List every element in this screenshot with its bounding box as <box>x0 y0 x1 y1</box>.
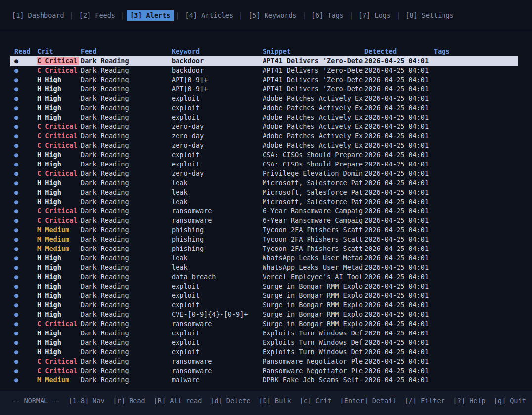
table-row[interactable]: ● H High Dark Reading exploit Surge in B… <box>10 282 518 291</box>
tab-bar: [1] Dashboard|[2] Feeds|[3] Alerts|[4] A… <box>0 0 532 31</box>
status-hint: [c] Crit <box>300 396 332 415</box>
feed-cell: Dark Reading <box>81 169 172 178</box>
snippet-cell: Vercel Employee's AI Tool <box>263 272 364 282</box>
tab-settings[interactable]: [8] Settings <box>402 10 457 21</box>
table-row[interactable]: ● H High Dark Reading exploit Exploits T… <box>10 347 518 357</box>
tab-alerts[interactable]: [3] Alerts <box>127 10 174 21</box>
status-bar: -- NORMAL --[1-8] Nav[r] Read[R] All rea… <box>0 391 532 415</box>
snippet-cell: Exploits Turn Windows Def <box>263 329 364 338</box>
crit-badge: H High <box>37 198 63 206</box>
feed-cell: Dark Reading <box>81 319 172 329</box>
table-row[interactable]: ● H High Dark Reading leak Microsoft, Sa… <box>10 197 518 207</box>
crit-badge: H High <box>37 263 63 271</box>
crit-cell: C Critical <box>37 207 81 216</box>
table-row[interactable]: ● C Critical Dark Reading backdoor APT41… <box>10 56 518 66</box>
read-cell: ● <box>12 338 37 347</box>
feed-cell: Dark Reading <box>81 197 172 207</box>
table-row[interactable]: ● H High Dark Reading leak WhatsApp Leak… <box>10 253 518 263</box>
snippet-cell: Tycoon 2FA Phishers Scatt <box>263 225 364 235</box>
snippet-cell: CSA: CISOs Should Prepare <box>263 150 364 160</box>
read-cell: ● <box>12 197 37 207</box>
crit-cell: H High <box>37 178 81 188</box>
tab-dashboard[interactable]: [1] Dashboard <box>8 10 68 21</box>
snippet-cell: Adobe Patches Actively Ex <box>263 113 364 122</box>
tab-keywords[interactable]: [5] Keywords <box>245 10 300 21</box>
feed-cell: Dark Reading <box>81 253 172 263</box>
feed-cell: Dark Reading <box>81 94 172 103</box>
table-row[interactable]: ● H High Dark Reading data breach Vercel… <box>10 272 518 282</box>
detected-cell: 2026-04-25 04:01 <box>364 84 434 94</box>
table-row[interactable]: ● H High Dark Reading leak Microsoft, Sa… <box>10 178 518 188</box>
table-row[interactable]: ● H High Dark Reading exploit CSA: CISOs… <box>10 150 518 160</box>
crit-badge: M Medium <box>37 226 71 234</box>
unread-dot-icon: ● <box>14 310 18 318</box>
table-row[interactable]: ● C Critical Dark Reading zero-day Adobe… <box>10 122 518 131</box>
table-row[interactable]: ● H High Dark Reading exploit Adobe Patc… <box>10 94 518 103</box>
table-row[interactable]: ● M Medium Dark Reading malware DPRK Fak… <box>10 375 518 385</box>
feed-cell: Dark Reading <box>81 131 172 141</box>
feed-cell: Dark Reading <box>81 338 172 347</box>
table-row[interactable]: ● C Critical Dark Reading ransomware Sur… <box>10 319 518 329</box>
tab-feeds[interactable]: [2] Feeds <box>76 10 119 21</box>
tab-separator: | <box>302 11 306 20</box>
table-row[interactable]: ● H High Dark Reading exploit Surge in B… <box>10 291 518 300</box>
table-row[interactable]: ● C Critical Dark Reading ransomware Ran… <box>10 366 518 375</box>
keyword-cell: exploit <box>172 150 263 160</box>
table-row[interactable]: ● M Medium Dark Reading phishing Tycoon … <box>10 225 518 235</box>
detected-cell: 2026-04-25 04:01 <box>364 366 434 375</box>
keyword-cell: phishing <box>172 244 263 253</box>
table-row[interactable]: ● H High Dark Reading leak WhatsApp Leak… <box>10 263 518 272</box>
snippet-cell: CSA: CISOs Should Prepare <box>263 160 364 169</box>
keyword-cell: leak <box>172 178 263 188</box>
unread-dot-icon: ● <box>14 85 18 93</box>
table-row[interactable]: ● C Critical Dark Reading zero-day Adobe… <box>10 141 518 150</box>
table-row[interactable]: ● H High Dark Reading exploit Surge in B… <box>10 300 518 310</box>
table-row[interactable]: ● C Critical Dark Reading zero-day Privi… <box>10 169 518 178</box>
table-row[interactable]: ● H High Dark Reading APT[0-9]+ APT41 De… <box>10 75 518 84</box>
unread-dot-icon: ● <box>14 329 18 337</box>
keyword-cell: exploit <box>172 291 263 300</box>
read-cell: ● <box>12 225 37 235</box>
crit-cell: H High <box>37 160 81 169</box>
tab-separator: | <box>396 11 400 20</box>
keyword-cell: malware <box>172 375 263 385</box>
read-cell: ● <box>12 235 37 244</box>
table-row[interactable]: ● H High Dark Reading CVE-[0-9]{4}-[0-9]… <box>10 310 518 319</box>
tab-articles[interactable]: [4] Articles <box>182 10 237 21</box>
crit-badge: H High <box>37 85 63 93</box>
table-row[interactable]: ● C Critical Dark Reading ransomware Ran… <box>10 357 518 366</box>
table-row[interactable]: ● H High Dark Reading APT[0-9]+ APT41 De… <box>10 84 518 94</box>
crit-cell: H High <box>37 150 81 160</box>
keyword-cell: exploit <box>172 160 263 169</box>
tab-logs[interactable]: [7] Logs <box>355 10 394 21</box>
feed-cell: Dark Reading <box>81 291 172 300</box>
detected-cell: 2026-04-25 04:01 <box>364 207 434 216</box>
table-row[interactable]: ● C Critical Dark Reading zero-day Adobe… <box>10 131 518 141</box>
table-row[interactable]: ● M Medium Dark Reading phishing Tycoon … <box>10 235 518 244</box>
read-cell: ● <box>12 84 37 94</box>
table-row[interactable]: ● H High Dark Reading leak Microsoft, Sa… <box>10 188 518 197</box>
read-cell: ● <box>12 347 37 357</box>
keyword-cell: exploit <box>172 113 263 122</box>
table-row[interactable]: ● H High Dark Reading exploit Adobe Patc… <box>10 103 518 113</box>
table-row[interactable]: ● C Critical Dark Reading ransomware 6-Y… <box>10 216 518 225</box>
crit-badge: C Critical <box>37 207 79 215</box>
detected-cell: 2026-04-25 04:01 <box>364 357 434 366</box>
tab-tags[interactable]: [6] Tags <box>308 10 347 21</box>
snippet-cell: DPRK Fake Job Scams Self- <box>263 375 364 385</box>
unread-dot-icon: ● <box>14 66 18 74</box>
detected-cell: 2026-04-25 04:01 <box>364 244 434 253</box>
tab-separator: | <box>239 11 243 20</box>
table-row[interactable]: ● M Medium Dark Reading phishing Tycoon … <box>10 244 518 253</box>
snippet-cell: Exploits Turn Windows Def <box>263 347 364 357</box>
table-row[interactable]: ● C Critical Dark Reading ransomware 6-Y… <box>10 207 518 216</box>
table-row[interactable]: ● H High Dark Reading exploit CSA: CISOs… <box>10 160 518 169</box>
detected-cell: 2026-04-25 04:01 <box>364 235 434 244</box>
table-row[interactable]: ● H High Dark Reading exploit Adobe Patc… <box>10 113 518 122</box>
table-row[interactable]: ● C Critical Dark Reading backdoor APT41… <box>10 66 518 75</box>
tab-separator: | <box>349 11 353 20</box>
detected-cell: 2026-04-25 04:01 <box>364 347 434 357</box>
table-row[interactable]: ● H High Dark Reading exploit Exploits T… <box>10 338 518 347</box>
snippet-cell: Adobe Patches Actively Ex <box>263 94 364 103</box>
table-row[interactable]: ● H High Dark Reading exploit Exploits T… <box>10 329 518 338</box>
